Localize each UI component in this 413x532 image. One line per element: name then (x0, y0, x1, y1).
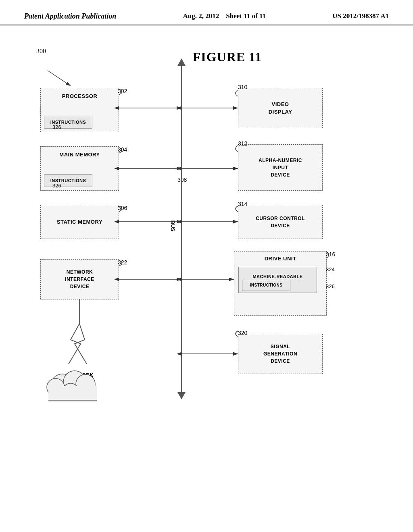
drive-unit-label: DRIVE UNIT (265, 256, 296, 262)
sheet-info: Sheet 11 of 11 (226, 12, 266, 20)
static-memory-label: STATIC MEMORY (57, 219, 102, 225)
processor-label: PROCESSOR (62, 93, 98, 99)
svg-point-22 (63, 383, 79, 399)
drive-unit-id: 316 (326, 251, 335, 258)
main-memory-instructions-box: INSTRUCTIONS (44, 174, 92, 187)
machine-readable-id: 324 (326, 266, 335, 272)
processor-id: 302 (118, 88, 127, 94)
static-memory-id: 306 (118, 205, 127, 211)
diagram-area: FIGURE 11 300 PROCESSOR INSTRUCTIONS 302… (0, 25, 413, 517)
svg-point-21 (47, 378, 65, 396)
network-interface-id: 322 (118, 259, 127, 266)
video-display-label: VIDEODISPLAY (269, 100, 292, 116)
svg-marker-5 (177, 58, 186, 66)
alpha-numeric-label: ALPHA-NUMERICINPUTDEVICE (259, 157, 302, 179)
signal-generation-label: SIGNALGENERATIONDEVICE (263, 343, 297, 365)
network-label: NETWORK (60, 372, 100, 378)
processor-inner-id: 326 (52, 124, 61, 130)
figure-title: FIGURE 11 (193, 50, 262, 64)
processor-instructions-box: INSTRUCTIONS (44, 116, 92, 129)
drive-instructions-box: INSTRUCTIONS (242, 280, 290, 291)
signal-generation-box: SIGNALGENERATIONDEVICE (238, 334, 323, 374)
main-memory-inner-id: 326 (52, 183, 61, 189)
header-date-sheet: Aug. 2, 2012 Sheet 11 of 11 (183, 12, 266, 20)
cursor-control-id: 314 (238, 201, 247, 207)
alpha-numeric-box: ALPHA-NUMERICINPUTDEVICE (238, 144, 323, 191)
main-memory-id: 304 (118, 146, 127, 153)
machine-readable-box: MACHINE-READABLEMEDIUM INSTRUCTIONS (238, 267, 317, 293)
drive-unit-box: DRIVE UNIT MACHINE-READABLEMEDIUM INSTRU… (234, 251, 327, 316)
network-interface-box: NETWORKINTERFACEDEVICE (40, 259, 119, 299)
drive-instructions-id: 326 (326, 283, 335, 289)
system-label: 300 (36, 48, 46, 55)
svg-rect-23 (48, 386, 97, 402)
video-display-id: 310 (238, 84, 247, 90)
cursor-control-label: CURSOR CONTROLDEVICE (256, 215, 305, 229)
svg-line-7 (48, 71, 71, 86)
page-header: Patent Application Publication Aug. 2, 2… (0, 0, 413, 25)
video-display-box: VIDEODISPLAY (238, 88, 323, 128)
cursor-control-box: CURSOR CONTROLDEVICE (238, 205, 323, 239)
bus-label: BUS (170, 220, 176, 231)
publication-title: Patent Application Publication (24, 12, 116, 21)
network-interface-label: NETWORKINTERFACEDEVICE (65, 268, 94, 290)
signal-generation-id: 320 (238, 330, 247, 336)
patent-number: US 2012/198387 A1 (332, 12, 389, 20)
svg-marker-6 (177, 392, 186, 399)
bus-id: 308 (177, 177, 187, 183)
alpha-numeric-id: 312 (238, 140, 247, 147)
static-memory-box: STATIC MEMORY (40, 205, 119, 239)
publication-date: Aug. 2, 2012 (183, 12, 219, 20)
main-memory-label: MAIN MEMORY (59, 152, 100, 158)
